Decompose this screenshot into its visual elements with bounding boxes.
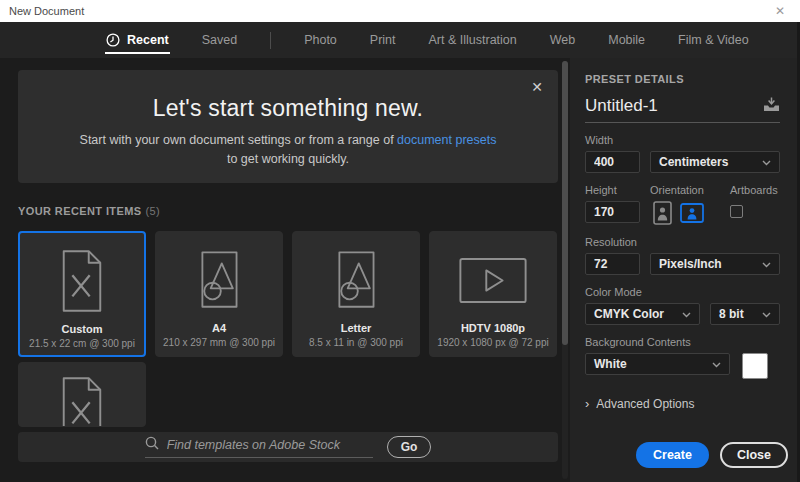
preset-details-panel: PRESET DETAILS Width Centimeters Height … [570, 58, 800, 482]
card-dimensions: 21.5 x 22 cm @ 300 ppi [29, 338, 135, 349]
search-icon [145, 436, 159, 454]
art-doc-icon [332, 245, 380, 315]
recent-items-count: (5) [146, 205, 161, 217]
tab-label: Photo [304, 33, 337, 47]
width-unit-dropdown[interactable]: Centimeters [650, 151, 780, 173]
background-color-swatch[interactable] [742, 353, 768, 379]
window-titlebar: New Document ✕ [0, 0, 800, 22]
preset-details-heading: PRESET DETAILS [585, 73, 780, 85]
tab-label: Art & Illustration [429, 33, 517, 47]
dialog-body: ✕ Let's start something new. Start with … [0, 58, 800, 482]
custom-doc-icon [57, 246, 107, 316]
color-mode-value: CMYK Color [594, 307, 664, 321]
card-dimensions: 210 x 297 mm @ 300 ppi [163, 337, 275, 348]
tab-print[interactable]: Print [370, 22, 396, 58]
dialog-actions: Create Close [636, 442, 788, 468]
tab-film-video[interactable]: Film & Video [678, 22, 749, 58]
card-name: A4 [212, 322, 226, 334]
go-button[interactable]: Go [387, 436, 432, 458]
document-presets-link[interactable]: document presets [397, 133, 496, 147]
tab-label: Film & Video [678, 33, 749, 47]
width-label: Width [585, 134, 780, 146]
card-name: Custom [62, 323, 103, 335]
chevron-down-icon [682, 307, 691, 321]
close-button[interactable]: Close [720, 442, 788, 468]
tab-label: Print [370, 33, 396, 47]
resolution-input[interactable] [585, 253, 640, 275]
recent-item-card[interactable] [18, 362, 146, 427]
chevron-down-icon [762, 257, 771, 271]
chevron-down-icon [712, 357, 721, 371]
recent-items-grid: Custom 21.5 x 22 cm @ 300 ppi A4 210 x 2… [18, 231, 558, 427]
orientation-label: Orientation [650, 184, 720, 196]
landscape-orientation-button[interactable] [680, 201, 704, 225]
tab-web[interactable]: Web [550, 22, 575, 58]
width-unit-value: Centimeters [659, 155, 728, 169]
tab-art-illustration[interactable]: Art & Illustration [429, 22, 517, 58]
advanced-options-toggle[interactable]: › Advanced Options [585, 396, 780, 411]
color-mode-dropdown[interactable]: CMYK Color [585, 303, 700, 325]
width-input[interactable] [585, 151, 640, 173]
search-input[interactable] [167, 438, 367, 452]
tab-label: Recent [127, 33, 169, 47]
card-dimensions: 8.5 x 11 in @ 300 ppi [309, 337, 403, 348]
art-doc-icon [195, 245, 243, 315]
hero-subtitle-text: Start with your own document settings or… [80, 133, 398, 147]
portrait-orientation-button[interactable] [650, 201, 674, 225]
film-icon [458, 245, 528, 315]
tab-divider [270, 32, 271, 49]
left-panel: ✕ Let's start something new. Start with … [0, 58, 570, 482]
window-title: New Document [9, 5, 84, 17]
color-mode-label: Color Mode [585, 286, 780, 298]
recent-item-card[interactable]: A4 210 x 297 mm @ 300 ppi [155, 231, 283, 357]
tab-bar: Recent Saved Photo Print Art & Illustrat… [0, 22, 800, 58]
recent-items-heading: YOUR RECENT ITEMS(5) [18, 205, 160, 217]
tab-photo[interactable]: Photo [304, 22, 337, 58]
tab-recent[interactable]: Recent [106, 22, 169, 58]
tab-label: Saved [202, 33, 237, 47]
resolution-label: Resolution [585, 236, 780, 248]
hero-title: Let's start something new. [18, 95, 558, 122]
resolution-unit-value: Pixels/Inch [659, 257, 722, 271]
create-button[interactable]: Create [636, 442, 709, 468]
hero-subtitle-line2: to get working quickly. [227, 152, 349, 166]
recent-items-label: YOUR RECENT ITEMS [18, 205, 142, 217]
advanced-options-label: Advanced Options [596, 397, 694, 411]
recent-item-card[interactable]: Letter 8.5 x 11 in @ 300 ppi [292, 231, 420, 357]
hero-close-icon[interactable]: ✕ [531, 79, 543, 95]
tab-label: Mobile [608, 33, 645, 47]
card-name: HDTV 1080p [461, 322, 525, 334]
scrollbar-thumb[interactable] [562, 61, 568, 345]
background-contents-label: Background Contents [585, 336, 780, 348]
hero-subtitle: Start with your own document settings or… [53, 131, 523, 170]
search-field[interactable] [145, 436, 373, 458]
height-label: Height [585, 184, 650, 196]
adobe-stock-searchbar: Go [18, 432, 558, 462]
custom-doc-icon [57, 376, 107, 427]
chevron-down-icon [762, 155, 771, 169]
bit-depth-value: 8 bit [719, 307, 744, 321]
card-dimensions: 1920 x 1080 px @ 72 ppi [437, 337, 548, 348]
tab-saved[interactable]: Saved [202, 22, 237, 58]
background-contents-dropdown[interactable]: White [585, 353, 730, 375]
background-contents-value: White [594, 357, 627, 371]
bit-depth-dropdown[interactable]: 8 bit [710, 303, 780, 325]
card-name: Letter [341, 322, 372, 334]
clock-icon [106, 33, 120, 47]
chevron-right-icon: › [585, 396, 589, 411]
artboards-checkbox[interactable] [730, 205, 743, 218]
window-close-icon[interactable]: ✕ [769, 4, 791, 18]
orientation-buttons [650, 201, 720, 225]
height-input[interactable] [585, 201, 640, 223]
chevron-down-icon [762, 307, 771, 321]
tab-mobile[interactable]: Mobile [608, 22, 645, 58]
recent-item-card[interactable]: Custom 21.5 x 22 cm @ 300 ppi [18, 231, 146, 357]
tab-label: Web [550, 33, 575, 47]
document-name-input[interactable] [585, 96, 745, 116]
hero-card: ✕ Let's start something new. Start with … [18, 70, 558, 183]
resolution-unit-dropdown[interactable]: Pixels/Inch [650, 253, 780, 275]
save-preset-icon[interactable] [763, 97, 780, 116]
recent-item-card[interactable]: HDTV 1080p 1920 x 1080 px @ 72 ppi [429, 231, 557, 357]
document-name-row [585, 96, 780, 123]
left-panel-scrollbar[interactable] [562, 61, 568, 479]
